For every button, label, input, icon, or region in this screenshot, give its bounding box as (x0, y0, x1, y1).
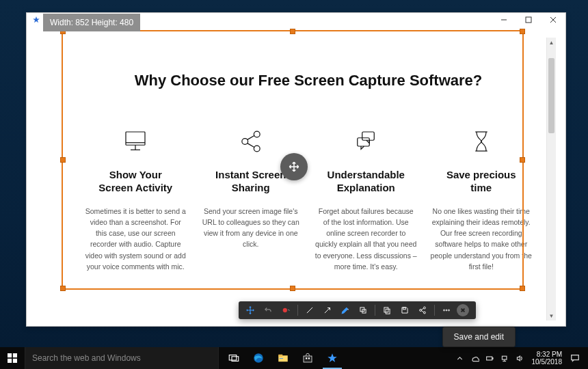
feature-desc: Send your screen image file's URL to col… (200, 206, 303, 250)
svg-rect-1 (526, 17, 531, 23)
page-content: Why Choose our Free Screen Capture Softw… (61, 38, 556, 320)
chat-icon (315, 126, 418, 156)
svg-rect-45 (304, 356, 312, 362)
share-button[interactable] (414, 301, 431, 319)
svg-point-31 (446, 310, 447, 311)
svg-rect-37 (8, 359, 12, 363)
svg-rect-38 (13, 359, 17, 363)
feature-row: Show Your Screen Activity Sometimes it i… (84, 126, 533, 272)
svg-point-30 (444, 310, 445, 311)
line-tool-button[interactable] (301, 301, 319, 319)
network-icon[interactable] (498, 347, 513, 369)
clock-date: 10/5/2018 (532, 358, 563, 366)
capture-toolbar (239, 301, 476, 319)
scrollbar-thumb[interactable] (548, 58, 554, 133)
system-tray: 8:32 PM 10/5/2018 (453, 347, 589, 369)
svg-line-19 (325, 308, 330, 314)
feature-desc: Sometimes it is better to send a video t… (84, 206, 187, 273)
svg-rect-48 (487, 357, 492, 360)
tray-overflow-button[interactable] (453, 347, 468, 369)
hourglass-icon (430, 126, 533, 156)
more-button[interactable] (438, 301, 455, 319)
taskbar: Search the web and Windows 8:32 PM 10/5/… (0, 347, 588, 369)
svg-rect-44 (280, 358, 283, 359)
maximize-button[interactable] (516, 13, 541, 27)
pen-tool-button[interactable] (336, 301, 354, 319)
close-button[interactable] (541, 13, 565, 27)
edge-browser-button[interactable] (246, 347, 271, 369)
start-button[interactable] (0, 347, 25, 369)
svg-rect-50 (502, 356, 507, 359)
move-handle[interactable] (280, 153, 308, 180)
svg-rect-23 (386, 309, 390, 314)
svg-line-29 (421, 311, 424, 312)
svg-rect-49 (492, 357, 493, 359)
svg-rect-46 (306, 357, 307, 359)
action-center-button[interactable] (566, 353, 584, 363)
svg-rect-53 (572, 355, 579, 360)
share-icon (200, 126, 303, 156)
feature-title: Understandable Explanation (315, 169, 418, 195)
battery-icon[interactable] (483, 347, 498, 369)
svg-point-10 (254, 146, 260, 152)
svg-line-18 (307, 308, 312, 313)
svg-rect-43 (278, 355, 282, 357)
toolbar-close-button[interactable] (457, 304, 469, 316)
arrow-tool-button[interactable] (319, 301, 336, 319)
feature-item: Show Your Screen Activity Sometimes it i… (84, 126, 187, 272)
svg-rect-36 (13, 353, 17, 357)
svg-rect-47 (308, 357, 310, 359)
onedrive-icon[interactable] (468, 347, 483, 369)
svg-rect-14 (358, 138, 370, 146)
feature-item: Save precious time No one likes wasting … (430, 126, 533, 272)
clock-time: 8:32 PM (532, 351, 563, 359)
monitor-icon (84, 126, 187, 156)
svg-point-32 (449, 310, 450, 311)
feature-item: Instant Screen Sharing Send your screen … (200, 126, 303, 272)
store-button[interactable] (295, 347, 320, 369)
scroll-up-icon[interactable]: ▲ (547, 38, 556, 47)
shape-tool-button[interactable] (354, 301, 372, 319)
svg-rect-24 (403, 308, 406, 310)
save-file-button[interactable] (396, 301, 414, 319)
copy-button[interactable] (378, 301, 396, 319)
scroll-down-icon[interactable]: ▼ (547, 311, 556, 320)
move-icon (288, 161, 300, 173)
taskbar-clock[interactable]: 8:32 PM 10/5/2018 (528, 351, 567, 366)
svg-line-11 (248, 135, 255, 139)
feature-desc: Forget about failures because of the los… (315, 206, 418, 273)
capture-dimensions-label: Width: 852 Height: 480 (43, 14, 140, 31)
feature-desc: No one likes wasting their time explaini… (430, 206, 533, 273)
svg-rect-13 (362, 132, 375, 140)
favorite-icon (32, 16, 40, 24)
svg-rect-35 (8, 353, 12, 357)
svg-rect-4 (126, 132, 145, 145)
feature-title: Show Your Screen Activity (84, 169, 187, 195)
undo-button[interactable] (259, 301, 277, 319)
move-tool-button[interactable] (241, 301, 259, 319)
search-placeholder: Search the web and Windows (32, 353, 141, 363)
svg-point-9 (242, 139, 248, 145)
svg-rect-22 (384, 308, 388, 312)
svg-point-17 (283, 308, 287, 312)
svg-point-8 (254, 131, 260, 137)
windows-icon (8, 353, 17, 363)
record-button[interactable] (277, 301, 295, 319)
capture-app-button[interactable] (320, 347, 345, 369)
save-and-edit-button[interactable]: Save and edit (442, 327, 516, 347)
volume-icon[interactable] (513, 347, 528, 369)
svg-line-28 (421, 308, 424, 310)
minimize-button[interactable] (492, 13, 516, 27)
svg-line-12 (248, 144, 255, 148)
search-input[interactable]: Search the web and Windows (25, 347, 219, 369)
file-explorer-button[interactable] (271, 347, 295, 369)
vertical-scrollbar[interactable]: ▲ ▼ (546, 38, 556, 320)
page-headline: Why Choose our Free Screen Capture Softw… (84, 72, 533, 90)
feature-item: Understandable Explanation Forget about … (315, 126, 418, 272)
svg-rect-39 (229, 355, 237, 361)
task-view-button[interactable] (222, 347, 246, 369)
feature-title: Save precious time (430, 169, 533, 195)
